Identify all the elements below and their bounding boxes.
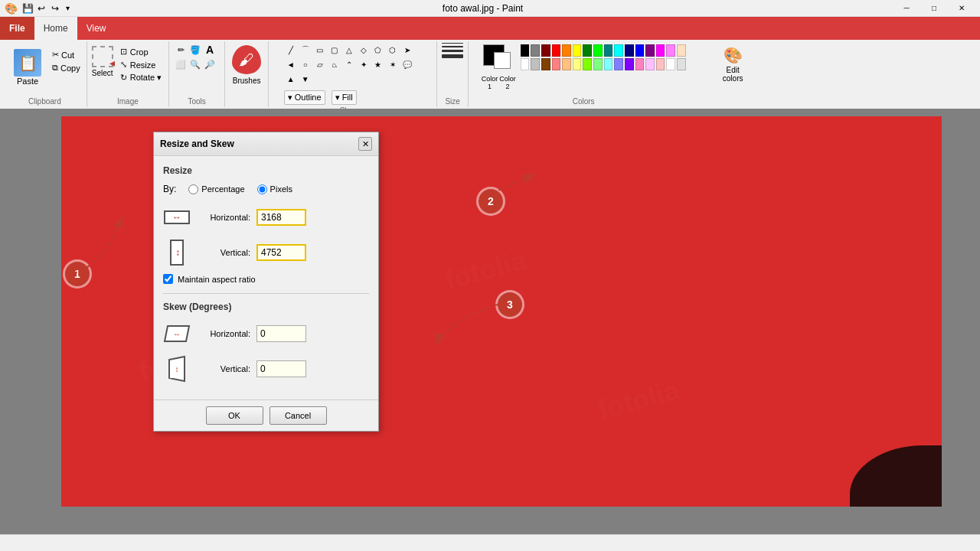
line-shape[interactable]: ╱ — [284, 43, 298, 57]
color-swatch[interactable] — [614, 44, 623, 57]
paste-button[interactable]: 📋 Paste — [8, 46, 47, 89]
color-swatch[interactable] — [573, 44, 582, 57]
size-4px[interactable] — [442, 54, 463, 58]
pentagon-shape[interactable]: ⬠ — [371, 43, 385, 57]
rect-round-shape[interactable]: ▢ — [328, 43, 341, 57]
minimize-btn[interactable]: ─ — [893, 0, 920, 17]
color-swatch[interactable] — [593, 58, 603, 70]
star6-shape[interactable]: ✶ — [386, 57, 400, 71]
color2-box[interactable] — [494, 52, 511, 69]
color-swatch[interactable] — [635, 58, 645, 70]
vertical-resize-icon: ↕ — [163, 239, 191, 266]
color-swatch[interactable] — [521, 58, 530, 70]
annotation-2: 2 — [479, 189, 503, 214]
maintain-aspect-checkbox[interactable] — [163, 274, 173, 284]
arrow-right-shape[interactable]: ➤ — [400, 43, 414, 57]
view-menu[interactable]: View — [77, 17, 116, 40]
dialog-close-button[interactable]: ✕ — [358, 137, 372, 151]
color-swatch[interactable] — [656, 58, 665, 70]
copy-button[interactable]: ⧉ Copy — [51, 62, 82, 73]
color-swatch[interactable] — [677, 58, 686, 70]
pixels-radio-label[interactable]: Pixels — [257, 184, 292, 194]
crop-button[interactable]: ⊡ Crop — [118, 46, 164, 57]
size-2px[interactable] — [442, 46, 463, 47]
color-swatch[interactable] — [541, 44, 550, 57]
cut-button[interactable]: ✂ Cut — [51, 49, 82, 60]
color-swatch[interactable] — [541, 58, 550, 70]
color-swatch[interactable] — [645, 44, 655, 57]
arrow-up-shape[interactable]: ▲ — [284, 72, 298, 86]
skew-v-input[interactable] — [256, 360, 306, 377]
color-swatch[interactable] — [625, 44, 634, 57]
undo-qat-btn[interactable]: ↩ — [34, 2, 48, 15]
color-swatch[interactable] — [573, 58, 582, 70]
close-btn[interactable]: ✕ — [948, 0, 975, 17]
save-qat-btn[interactable]: 💾 — [21, 2, 34, 15]
rect-shape[interactable]: ▭ — [313, 43, 327, 57]
color-picker-tool[interactable]: 🔍 — [188, 57, 202, 71]
color-swatch[interactable] — [604, 58, 613, 70]
color-swatch[interactable] — [604, 44, 613, 57]
arrow-left-shape[interactable]: ◄ — [284, 57, 298, 71]
trapezoid-shape[interactable]: ⏢ — [328, 57, 341, 71]
color-swatch[interactable] — [531, 58, 540, 70]
color-swatch[interactable] — [562, 58, 571, 70]
triangle-shape[interactable]: △ — [342, 43, 356, 57]
redo-qat-btn[interactable]: ↪ — [48, 2, 62, 15]
outline-btn[interactable]: ▾ Outline — [284, 90, 325, 105]
color-swatch[interactable] — [614, 58, 623, 70]
color-swatch[interactable] — [645, 58, 655, 70]
cancel-button[interactable]: Cancel — [270, 406, 327, 425]
size-1px[interactable] — [442, 43, 463, 44]
resize-button[interactable]: ⤡ Resize — [118, 59, 164, 70]
chevron-shape[interactable]: ⌃ — [342, 57, 356, 71]
vertical-input[interactable] — [256, 244, 306, 261]
color-swatch[interactable] — [521, 44, 530, 57]
horizontal-input[interactable] — [256, 209, 306, 226]
qat-dropdown[interactable]: ▾ — [62, 2, 73, 15]
rotate-button[interactable]: ↻ Rotate ▾ — [118, 72, 164, 83]
star5-shape[interactable]: ★ — [371, 57, 385, 71]
pencil-tool[interactable]: ✏ — [174, 43, 188, 57]
parallelogram-shape[interactable]: ▱ — [313, 57, 327, 71]
percentage-radio[interactable] — [188, 184, 198, 194]
color-swatch[interactable] — [583, 44, 592, 57]
select-button[interactable]: ◂ — [92, 46, 113, 67]
diamond-shape[interactable]: ◇ — [357, 43, 371, 57]
curve-shape[interactable]: ⌒ — [299, 43, 312, 57]
eraser-tool[interactable]: ⬜ — [174, 57, 188, 71]
section-separator — [163, 293, 369, 294]
home-menu[interactable]: Home — [34, 17, 77, 40]
color-swatch[interactable] — [562, 44, 571, 57]
oval-shape[interactable]: ○ — [299, 57, 312, 71]
color-swatch[interactable] — [593, 44, 603, 57]
color-swatch[interactable] — [677, 44, 686, 57]
star4-shape[interactable]: ✦ — [357, 57, 371, 71]
edit-colors-button[interactable]: 🎨 Editcolors — [723, 46, 743, 83]
maximize-btn[interactable]: □ — [920, 0, 948, 17]
text-tool[interactable]: A — [203, 43, 217, 57]
hexagon-shape[interactable]: ⬡ — [386, 43, 400, 57]
size-3px[interactable] — [442, 50, 463, 52]
color-swatch[interactable] — [656, 44, 665, 57]
arrow-down-shape[interactable]: ▼ — [299, 72, 312, 86]
color-swatch[interactable] — [552, 58, 561, 70]
brushes-button[interactable]: 🖌 Brushes — [230, 43, 263, 85]
color-swatch[interactable] — [625, 58, 634, 70]
fill-btn[interactable]: ▾ Fill — [332, 90, 357, 105]
color-swatch[interactable] — [666, 44, 675, 57]
size-selector[interactable] — [442, 43, 463, 58]
fill-tool[interactable]: 🪣 — [188, 43, 202, 57]
skew-h-input[interactable] — [256, 325, 306, 342]
pixels-radio[interactable] — [257, 184, 267, 194]
color-swatch[interactable] — [583, 58, 592, 70]
percentage-radio-label[interactable]: Percentage — [188, 184, 244, 194]
callout-shape[interactable]: 💬 — [400, 57, 414, 71]
color-swatch[interactable] — [552, 44, 561, 57]
file-menu[interactable]: File — [0, 17, 34, 40]
magnifier-tool[interactable]: 🔎 — [203, 57, 217, 71]
ok-button[interactable]: OK — [206, 406, 263, 425]
color-swatch[interactable] — [635, 44, 645, 57]
color-swatch[interactable] — [666, 58, 675, 70]
color-swatch[interactable] — [531, 44, 540, 57]
